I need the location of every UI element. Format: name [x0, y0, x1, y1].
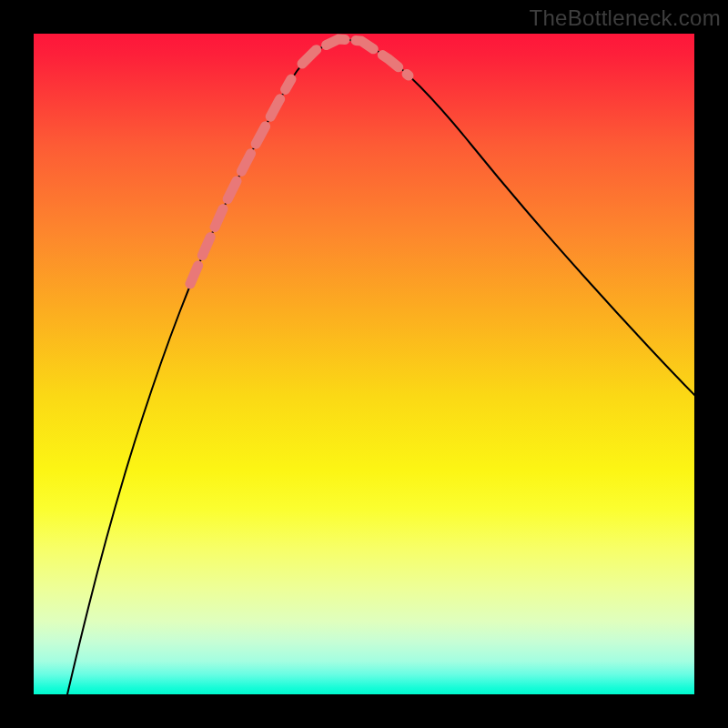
plot-area: [34, 34, 694, 694]
pink-dash-left: [190, 79, 291, 284]
pink-dash-right: [302, 39, 409, 76]
chart-svg: [34, 34, 694, 694]
chart-frame: TheBottleneck.com: [0, 0, 728, 728]
bottleneck-curve: [67, 40, 694, 694]
watermark-text: TheBottleneck.com: [529, 5, 721, 31]
